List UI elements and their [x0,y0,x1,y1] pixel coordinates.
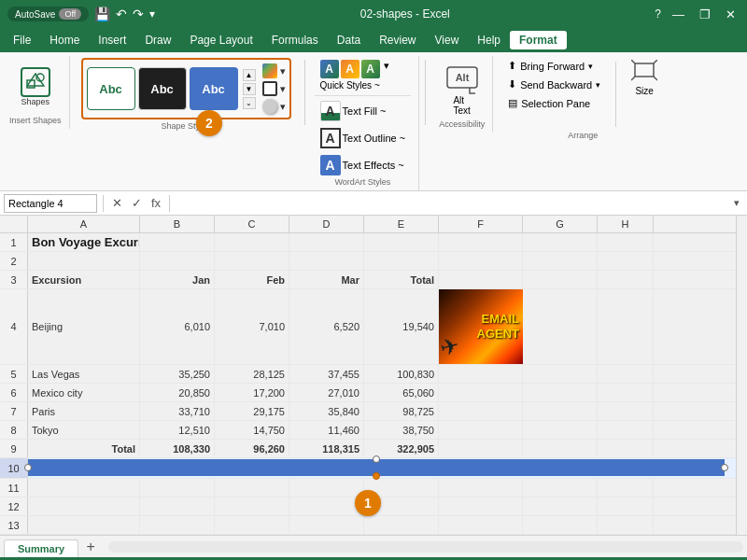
more-commands[interactable]: ▾ [149,7,155,21]
cell-d13[interactable] [289,516,364,534]
bring-forward-btn[interactable]: ⬆ Bring Forward ▾ [502,58,606,74]
cell-f1[interactable] [439,233,523,251]
cell-c6[interactable]: 17,200 [215,384,289,401]
cell-c11[interactable] [215,479,289,497]
cell-e5[interactable]: 100,830 [364,365,439,383]
cell-h3[interactable] [598,271,654,288]
cell-g8[interactable] [523,421,598,439]
cell-d4[interactable]: 6,520 [289,289,364,364]
col-header-d[interactable]: D [289,216,364,232]
cell-c12[interactable] [215,497,289,515]
shapes-btn[interactable]: Shapes [15,63,56,110]
cell-b13[interactable] [140,516,215,534]
close-btn[interactable]: ✕ [722,7,740,21]
cell-f13[interactable] [439,516,523,534]
alt-text-btn[interactable]: Alt AltText [442,58,483,119]
cell-h9[interactable] [598,440,654,457]
add-sheet-btn[interactable]: + [80,537,101,557]
col-header-g[interactable]: G [523,216,598,232]
cell-f5[interactable] [439,365,523,383]
formula-cancel-btn[interactable]: ✕ [109,196,125,210]
menu-data[interactable]: Data [328,31,370,49]
col-header-f[interactable]: F [439,216,523,232]
cell-d11[interactable] [289,479,364,497]
cell-h7[interactable] [598,402,654,420]
cell-d12[interactable] [289,497,364,515]
col-header-c[interactable]: C [215,216,289,232]
style-scroll-down[interactable]: ▼ [243,83,256,95]
cell-a3[interactable]: Excursion [28,271,140,288]
shape-style-1[interactable]: Abc [87,67,135,110]
cell-e2[interactable] [364,252,439,270]
cell-h4[interactable] [598,289,654,364]
text-fill-btn[interactable]: A Text Fill ~ [315,99,412,123]
cell-f12[interactable] [439,497,523,515]
cell-f2[interactable] [439,252,523,270]
cell-g4[interactable] [523,289,598,364]
shape-handle-left[interactable] [24,464,32,471]
cell-a11[interactable] [28,479,140,497]
cell-e13[interactable] [364,516,439,534]
cell-g2[interactable] [523,252,598,270]
cell-c8[interactable]: 14,750 [215,421,289,439]
cell-c13[interactable] [215,516,289,534]
cell-c4[interactable]: 7,010 [215,289,289,364]
selection-pane-btn[interactable]: ▤ Selection Pane [502,95,606,111]
cell-e7[interactable]: 98,725 [364,402,439,420]
rectangle-shape[interactable] [28,459,725,476]
cell-g7[interactable] [523,402,598,420]
cell-h11[interactable] [598,479,654,497]
cell-b5[interactable]: 35,250 [140,365,215,383]
menu-help[interactable]: Help [468,31,510,49]
cell-g3[interactable] [523,271,598,288]
cell-b1[interactable] [140,233,215,251]
menu-page-layout[interactable]: Page Layout [180,31,261,49]
vertical-scrollbar[interactable] [736,216,747,535]
cell-b8[interactable]: 12,510 [140,421,215,439]
cell-d8[interactable]: 11,460 [289,421,364,439]
cell-e4[interactable]: 19,540 [364,289,439,364]
cell-a8[interactable]: Tokyo [28,421,140,439]
cell-c3[interactable]: Feb [215,271,289,288]
menu-review[interactable]: Review [370,31,425,49]
cell-e1[interactable] [364,233,439,251]
cell-g6[interactable] [523,384,598,401]
horizontal-scrollbar[interactable] [108,541,743,553]
cell-a4[interactable]: Beijing [28,289,140,364]
menu-formulas[interactable]: Formulas [262,31,328,49]
menu-draw[interactable]: Draw [135,31,180,49]
cell-d1[interactable] [289,233,364,251]
cell-f9[interactable] [439,440,523,457]
cell-a12[interactable] [28,497,140,515]
cell-h2[interactable] [598,252,654,270]
cell-a5[interactable]: Las Vegas [28,365,140,383]
email-agent-text[interactable]: EMAILAGENT [477,312,520,341]
shape-style-2[interactable]: Abc [138,67,187,110]
shape-handle-bottom[interactable] [373,472,380,480]
col-header-e[interactable]: E [364,216,439,232]
cell-b3[interactable]: Jan [140,271,215,288]
formula-fx-btn[interactable]: fx [148,196,163,210]
cell-c9[interactable]: 96,260 [215,440,289,457]
quick-styles-btn[interactable]: A A A ▾ Quick Styles ~ [315,58,412,92]
autosave-state[interactable]: Off [59,8,81,20]
col-header-b[interactable]: B [140,216,215,232]
undo-btn[interactable]: ↶ [116,7,127,21]
cell-d3[interactable]: Mar [289,271,364,288]
cell-g9[interactable] [523,440,598,457]
menu-file[interactable]: File [4,31,40,49]
cell-h1[interactable] [598,233,654,251]
cell-c5[interactable]: 28,125 [215,365,289,383]
text-effects-btn[interactable]: A Text Effects ~ [315,153,412,177]
cell-f7[interactable] [439,402,523,420]
cell-h6[interactable] [598,384,654,401]
cell-e6[interactable]: 65,060 [364,384,439,401]
shape-handle-top[interactable] [373,455,380,463]
size-btn[interactable]: Size [626,58,663,98]
help-icon[interactable]: ? [655,7,661,21]
send-backward-btn[interactable]: ⬇ Send Backward ▾ [502,77,606,92]
cell-h8[interactable] [598,421,654,439]
style-scroll-up[interactable]: ▲ [243,69,256,81]
minimize-btn[interactable]: — [669,7,688,21]
shape-style-3[interactable]: Abc [190,67,238,110]
